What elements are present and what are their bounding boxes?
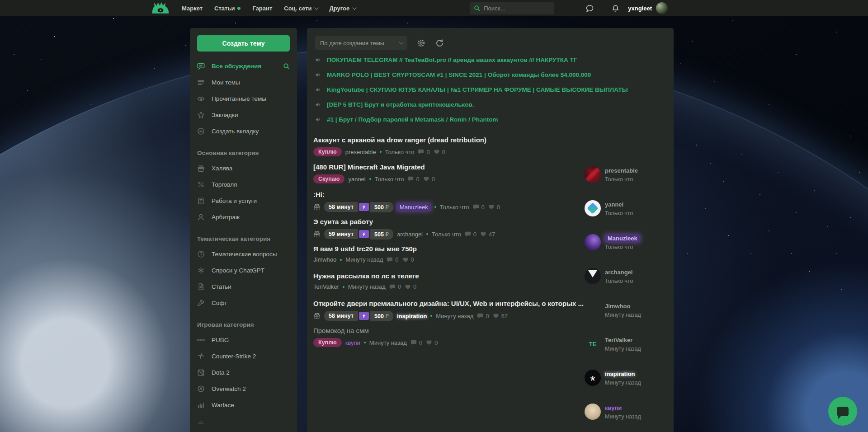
sidebar-item-trade[interactable]: Торговля: [197, 176, 290, 193]
thread-author[interactable]: квупи: [345, 339, 360, 346]
nav-other[interactable]: Другое: [323, 0, 361, 16]
avatar[interactable]: TE: [585, 336, 601, 352]
thread-author[interactable]: archangel: [397, 231, 423, 238]
activity-username[interactable]: квупи: [605, 404, 622, 411]
username[interactable]: yxngleet: [628, 5, 652, 12]
sidebar-item-thematic-questions[interactable]: Тематические вопросы: [197, 246, 290, 262]
sidebar-item-read-topics[interactable]: Прочитанные темы: [197, 90, 290, 107]
announcement-row[interactable]: [DEP 5 BTC] Брут и отработка криптокошел…: [313, 97, 666, 112]
activity-username[interactable]: archangel: [605, 269, 632, 276]
avatar[interactable]: [585, 370, 601, 386]
thread-title[interactable]: Аккаунт с арканой на drow ranger (dread …: [313, 136, 585, 144]
activity-username[interactable]: Manuzleek: [605, 235, 640, 242]
giveaway-badge[interactable]: 59 минут 505₽: [324, 229, 393, 239]
refresh-icon[interactable]: [435, 39, 444, 47]
thread-title[interactable]: Нужна рассылка по лс в телеге: [313, 272, 585, 280]
thread-title[interactable]: Я вам 9 ustd trc20 вы мне 750р: [313, 245, 585, 253]
warface-icon: [197, 401, 205, 409]
comments-value: 0: [473, 231, 476, 238]
plus-circle-icon: [197, 127, 205, 135]
thread-title[interactable]: Э суита за работу: [313, 218, 585, 225]
avatar[interactable]: [585, 166, 601, 183]
thread-title[interactable]: [480 RUR] Minecraft Java Migrated: [313, 163, 585, 171]
announcement-title: [DEP 5 BTC] Брут и отработка криптокошел…: [327, 101, 474, 108]
announcement-row[interactable]: KingYoutube | СКУПАЮ ЮТУБ КАНАЛЫ | №1 СТ…: [313, 82, 666, 97]
avatar[interactable]: [585, 234, 601, 250]
announcement-row[interactable]: #1 | Брут / Подбор паролей к Metamask / …: [313, 112, 666, 127]
separator-dot: [434, 206, 436, 208]
thread-badge[interactable]: Куплю: [313, 147, 342, 156]
nav-guarantor[interactable]: Гарант: [246, 0, 278, 16]
sidebar-item-bookmarks[interactable]: Закладки: [197, 107, 290, 123]
gift-icon: [197, 164, 205, 172]
comments-count: 0: [387, 256, 398, 263]
thread-author[interactable]: presentable: [345, 149, 376, 155]
messages-icon[interactable]: [586, 5, 594, 12]
sidebar-item-label: Софт: [212, 300, 227, 306]
avatar[interactable]: [585, 268, 601, 284]
sidebar-item-create-tab[interactable]: Создать вкладку: [197, 123, 290, 139]
activity-time: Минуту назад: [605, 413, 641, 420]
avatar[interactable]: [585, 200, 601, 216]
sidebar-item-all-discussions[interactable]: Все обсуждения: [197, 58, 290, 74]
thread-author[interactable]: Jimwhoo: [313, 256, 336, 263]
comment-icon: [389, 284, 396, 290]
sidebar-item-partial[interactable]: [197, 413, 290, 429]
announcement-row[interactable]: MARKO POLO | BEST CRYPTOSCAM #1 | SINCE …: [313, 67, 666, 82]
nav-market[interactable]: Маркет: [176, 0, 208, 16]
comment-icon: [410, 339, 417, 346]
thread-author[interactable]: TeriValker: [313, 283, 339, 290]
search-icon[interactable]: [283, 63, 290, 70]
sidebar-item-arbitrage[interactable]: Арбитраж: [197, 209, 290, 225]
activity-username[interactable]: presentable: [605, 167, 638, 174]
activity-username[interactable]: yannel: [605, 201, 623, 208]
create-topic-button[interactable]: Создать тему: [197, 35, 290, 52]
thread-title[interactable]: :Hi:: [313, 191, 585, 198]
sidebar-item-label: Мои темы: [212, 79, 240, 86]
nav-social[interactable]: Соц. сети: [278, 0, 323, 16]
separator-dot: [340, 259, 342, 261]
thread-author[interactable]: yannel: [348, 176, 365, 183]
sidebar-item-freebie[interactable]: Халява: [197, 160, 290, 176]
search-box[interactable]: [470, 2, 554, 14]
activity-username[interactable]: Jimwhoo: [605, 303, 630, 310]
sidebar-item-ask-chatgpt[interactable]: Спроси у ChatGPT: [197, 262, 290, 278]
thread-row: Нужна рассылка по лс в телеге TeriValker…: [313, 269, 585, 296]
thread-title[interactable]: Промокод на смм: [313, 327, 585, 334]
giveaway-timer: 59 минут: [324, 229, 358, 239]
activity-username[interactable]: TeriValker: [605, 337, 632, 343]
user-avatar[interactable]: [656, 2, 668, 14]
list-lines-icon: [197, 79, 205, 86]
sidebar-item-soft[interactable]: Софт: [197, 295, 290, 311]
comments-value: 0: [426, 149, 429, 155]
nav-articles[interactable]: Статьи: [208, 0, 246, 16]
activity-username[interactable]: inspiration: [605, 371, 635, 377]
announcement-row[interactable]: ПОКУПАЕМ TELEGRAM // TeaTeaBot.pro // ар…: [313, 52, 666, 67]
section-title-thematic-category: Тематическая категория: [197, 230, 290, 246]
search-input[interactable]: [484, 5, 550, 12]
thread-author[interactable]: inspiration: [397, 313, 427, 319]
sidebar-item-articles[interactable]: Статьи: [197, 278, 290, 295]
avatar[interactable]: [585, 404, 601, 420]
sidebar-item-warface[interactable]: Warface: [197, 397, 290, 413]
forum-logo[interactable]: [151, 2, 170, 14]
sidebar-item-overwatch2[interactable]: Overwatch 2: [197, 380, 290, 397]
thread-row: Аккаунт с арканой на drow ranger (dread …: [313, 133, 585, 160]
sidebar-item-my-topics[interactable]: Мои темы: [197, 74, 290, 90]
giveaway-badge[interactable]: 58 минут 500₽: [324, 311, 393, 321]
giveaway-badge[interactable]: 58 минут 500₽: [324, 202, 393, 212]
notifications-bell-icon[interactable]: [612, 5, 619, 12]
thread-badge[interactable]: Куплю: [313, 338, 342, 347]
thread-author[interactable]: Manuzleek: [397, 203, 431, 211]
thread-badge[interactable]: Скупаю: [313, 174, 344, 183]
sort-dropdown[interactable]: По дате создания темы: [315, 36, 407, 50]
price-value: 500: [374, 313, 384, 319]
thread-meta: Куплю квупи Минуту назад 0 0: [313, 338, 585, 347]
sidebar-item-pubg[interactable]: PUBG PUBG: [197, 332, 290, 348]
sidebar-item-cs2[interactable]: Counter-Strike 2: [197, 348, 290, 364]
sidebar-item-work-services[interactable]: Работа и услуги: [197, 193, 290, 209]
settings-gear-icon[interactable]: [417, 39, 425, 47]
support-chat-button[interactable]: [828, 397, 857, 426]
sidebar-item-dota2[interactable]: Dota 2: [197, 364, 290, 380]
thread-title[interactable]: Откройте двери премиального дизайна: UI/…: [313, 300, 585, 307]
